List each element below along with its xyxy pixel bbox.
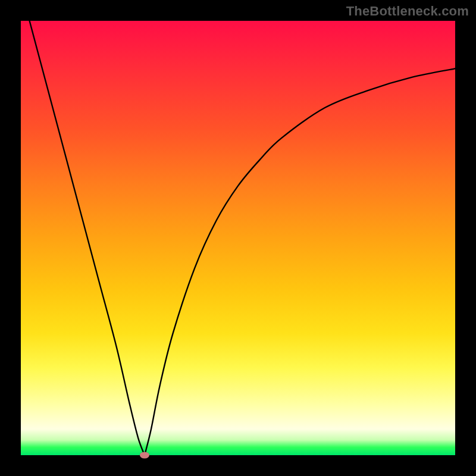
chart-plot-area [21, 21, 455, 455]
chart-curve [21, 21, 455, 455]
bottleneck-curve-path [30, 21, 455, 455]
watermark-text: TheBottleneck.com [346, 4, 469, 19]
chart-minimum-marker [140, 452, 149, 459]
chart-frame: TheBottleneck.com [0, 0, 476, 476]
